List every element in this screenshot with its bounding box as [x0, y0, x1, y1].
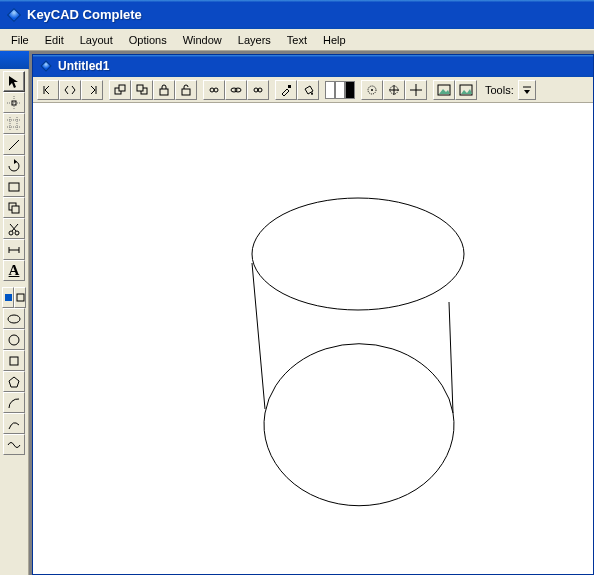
nav-left-button[interactable]: [37, 80, 59, 100]
lock-button[interactable]: [153, 80, 175, 100]
picture-2-button[interactable]: [455, 80, 477, 100]
document-window: Untitled1: [32, 54, 594, 575]
document-title: Untitled1: [58, 59, 109, 73]
svg-rect-22: [10, 357, 18, 365]
svg-rect-39: [288, 85, 291, 88]
arrange-2-button[interactable]: [131, 80, 153, 100]
color-swatch-1[interactable]: [325, 81, 335, 99]
link-1-button[interactable]: [203, 80, 225, 100]
link-3-button[interactable]: [247, 80, 269, 100]
menu-text[interactable]: Text: [279, 32, 315, 48]
paint-bucket-button[interactable]: [297, 80, 319, 100]
picture-1-button[interactable]: [433, 80, 455, 100]
menu-options[interactable]: Options: [121, 32, 175, 48]
nav-right-button[interactable]: [81, 80, 103, 100]
svg-point-35: [235, 88, 241, 92]
svg-line-7: [9, 140, 19, 150]
svg-marker-50: [461, 89, 472, 94]
svg-rect-27: [119, 85, 125, 91]
eyedropper-button[interactable]: [275, 80, 297, 100]
app-title-bar: KeyCAD Complete: [0, 0, 594, 29]
svg-rect-30: [160, 89, 168, 95]
text-tool[interactable]: A: [3, 260, 25, 281]
palette-header[interactable]: [0, 51, 29, 69]
target-1-button[interactable]: [361, 80, 383, 100]
svg-marker-23: [9, 377, 19, 387]
cylinder-drawing: [33, 103, 593, 574]
arc-tool[interactable]: [3, 392, 25, 413]
svg-point-20: [8, 315, 20, 323]
menu-file[interactable]: File: [3, 32, 37, 48]
svg-rect-10: [12, 206, 19, 213]
drawing-canvas[interactable]: [33, 103, 593, 574]
tools-label: Tools:: [483, 84, 516, 96]
duplicate-tool[interactable]: [3, 197, 25, 218]
dimension-tool[interactable]: [3, 239, 25, 260]
pointer-tool[interactable]: [3, 71, 25, 92]
cut-tool[interactable]: [3, 218, 25, 239]
svg-rect-29: [137, 85, 143, 91]
unlock-button[interactable]: [175, 80, 197, 100]
document-title-bar[interactable]: Untitled1: [33, 55, 593, 77]
svg-point-12: [15, 231, 19, 235]
svg-point-53: [252, 198, 464, 310]
fill-rect-tool[interactable]: [2, 287, 14, 308]
svg-point-33: [214, 88, 218, 92]
svg-point-32: [210, 88, 214, 92]
snap-point-tool[interactable]: [3, 92, 25, 113]
svg-rect-18: [5, 294, 12, 301]
tools-dropdown-button[interactable]: [518, 80, 536, 100]
color-swatch-3[interactable]: [345, 81, 355, 99]
app-icon: [6, 7, 22, 23]
svg-point-11: [9, 231, 13, 235]
menu-help[interactable]: Help: [315, 32, 354, 48]
crosshair-button[interactable]: [405, 80, 427, 100]
menu-window[interactable]: Window: [175, 32, 230, 48]
svg-rect-19: [17, 294, 24, 301]
color-swatch-2[interactable]: [335, 81, 345, 99]
document-icon: [39, 59, 53, 73]
mdi-area: Untitled1: [29, 51, 594, 575]
svg-point-41: [371, 89, 373, 91]
rectangle-tool[interactable]: [3, 176, 25, 197]
snap-grid-tool[interactable]: [3, 113, 25, 134]
rotate-tool[interactable]: [3, 155, 25, 176]
menu-layout[interactable]: Layout: [72, 32, 121, 48]
circle-tool[interactable]: [3, 329, 25, 350]
tool-palette: A: [0, 51, 29, 575]
arrange-1-button[interactable]: [109, 80, 131, 100]
link-2-button[interactable]: [225, 80, 247, 100]
menu-edit[interactable]: Edit: [37, 32, 72, 48]
app-title: KeyCAD Complete: [27, 7, 142, 22]
svg-marker-48: [439, 89, 450, 94]
ellipse-tool[interactable]: [3, 308, 25, 329]
menu-layers[interactable]: Layers: [230, 32, 279, 48]
pentagon-tool[interactable]: [3, 371, 25, 392]
curve-tool[interactable]: [3, 413, 25, 434]
svg-rect-31: [182, 89, 190, 95]
document-toolbar: Tools:: [33, 77, 593, 103]
wave-tool[interactable]: [3, 434, 25, 455]
svg-line-55: [449, 302, 453, 413]
menu-bar: File Edit Layout Options Window Layers T…: [0, 29, 594, 51]
line-tool[interactable]: [3, 134, 25, 155]
empty-rect-tool[interactable]: [14, 287, 26, 308]
svg-rect-8: [9, 183, 19, 191]
target-2-button[interactable]: [383, 80, 405, 100]
nav-center-button[interactable]: [59, 80, 81, 100]
svg-marker-52: [524, 90, 530, 94]
svg-line-54: [252, 263, 265, 409]
svg-point-21: [9, 335, 19, 345]
polygon-tool[interactable]: [3, 350, 25, 371]
